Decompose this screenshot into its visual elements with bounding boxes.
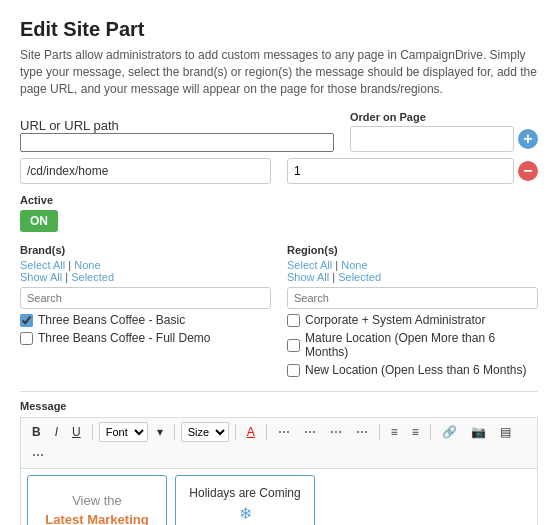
regions-none[interactable]: None xyxy=(341,259,367,271)
url-group-second xyxy=(20,158,271,184)
order-top-row: + xyxy=(350,126,538,152)
remove-order-button[interactable]: − xyxy=(518,161,538,181)
page-description: Site Parts allow administrators to add c… xyxy=(20,47,538,97)
toolbar-sep-3 xyxy=(235,424,236,440)
message-section: Message B I U Font ▾ Size A ⋯ ⋯ ⋯ ⋯ ≡ ≡ xyxy=(20,391,538,525)
order-label: Order on Page xyxy=(350,111,426,123)
brands-show-all[interactable]: Show All xyxy=(20,271,62,283)
brands-col: Brand(s) Select All | None Show All | Se… xyxy=(20,244,271,381)
size-select[interactable]: Size xyxy=(181,422,229,442)
brand-label-2: Three Beans Coffee - Full Demo xyxy=(38,331,211,345)
region-label-2: Mature Location (Open More than 6 Months… xyxy=(305,331,538,359)
region-label-3: New Location (Open Less than 6 Months) xyxy=(305,363,526,377)
toolbar-sep-6 xyxy=(430,424,431,440)
add-order-button[interactable]: + xyxy=(518,129,538,149)
order-input-top[interactable] xyxy=(350,126,514,152)
brand-checkbox-1[interactable] xyxy=(20,314,33,327)
page-title: Edit Site Part xyxy=(20,18,538,41)
url-group-top: URL or URL path xyxy=(20,118,334,152)
regions-select-all[interactable]: Select All xyxy=(287,259,332,271)
url-input-second[interactable] xyxy=(20,158,271,184)
regions-search-row xyxy=(287,287,538,309)
brands-search-input[interactable] xyxy=(20,287,271,309)
region-item-3: New Location (Open Less than 6 Months) xyxy=(287,363,538,377)
region-checkbox-2[interactable] xyxy=(287,339,300,352)
brands-select-all[interactable]: Select All xyxy=(20,259,65,271)
more-button[interactable]: ⋯ xyxy=(27,446,49,464)
regions-col: Region(s) Select All | None Show All | S… xyxy=(287,244,538,381)
brand-item-2: Three Beans Coffee - Full Demo xyxy=(20,331,271,345)
brands-none[interactable]: None xyxy=(74,259,100,271)
promo-card-1-link-text: Latest Marketing Promotions Creative xyxy=(36,512,158,525)
order-second-row: − xyxy=(287,158,538,184)
regions-select-links: Select All | None Show All | Selected xyxy=(287,259,538,283)
active-section: Active ON xyxy=(20,194,538,232)
italic-button[interactable]: I xyxy=(50,423,63,441)
regions-search-input[interactable] xyxy=(287,287,538,309)
link-button[interactable]: 🔗 xyxy=(437,423,462,441)
region-checkbox-3[interactable] xyxy=(287,364,300,377)
align-justify-button[interactable]: ⋯ xyxy=(351,423,373,441)
table-button[interactable]: ▤ xyxy=(495,423,516,441)
regions-label: Region(s) xyxy=(287,244,538,256)
region-label-1: Corporate + System Administrator xyxy=(305,313,485,327)
align-left-button[interactable]: ⋯ xyxy=(273,423,295,441)
brands-search-row xyxy=(20,287,271,309)
active-toggle[interactable]: ON xyxy=(20,210,58,232)
brands-selected[interactable]: Selected xyxy=(71,271,114,283)
font-select[interactable]: Font xyxy=(99,422,148,442)
brand-item-1: Three Beans Coffee - Basic xyxy=(20,313,271,327)
promo-card-2: Holidays are Coming ❄ Order Your "Season… xyxy=(175,475,315,525)
url-input-top[interactable] xyxy=(20,133,334,152)
region-checkbox-1[interactable] xyxy=(287,314,300,327)
editor-toolbar: B I U Font ▾ Size A ⋯ ⋯ ⋯ ⋯ ≡ ≡ 🔗 📷 xyxy=(20,417,538,468)
promo-card-1-gray-text: View the xyxy=(72,493,122,508)
snowflake-icon: ❄ xyxy=(239,504,252,523)
indent-button[interactable]: ≡ xyxy=(407,423,424,441)
top-inputs-row: URL or URL path Order on Page + xyxy=(20,111,538,152)
url-label: URL or URL path xyxy=(20,118,334,133)
list-button[interactable]: ≡ xyxy=(386,423,403,441)
brands-regions-row: Brand(s) Select All | None Show All | Se… xyxy=(20,244,538,381)
toolbar-sep-2 xyxy=(174,424,175,440)
bold-button[interactable]: B xyxy=(27,423,46,441)
order-input-second[interactable] xyxy=(287,158,514,184)
active-label: Active xyxy=(20,194,538,206)
brands-label: Brand(s) xyxy=(20,244,271,256)
font-arrow[interactable]: ▾ xyxy=(152,423,168,441)
image-button[interactable]: 📷 xyxy=(466,423,491,441)
region-item-1: Corporate + System Administrator xyxy=(287,313,538,327)
promo-card-1: View the Latest Marketing Promotions Cre… xyxy=(27,475,167,525)
promo-card-2-title: Holidays are Coming xyxy=(189,486,300,500)
editor-area[interactable]: View the Latest Marketing Promotions Cre… xyxy=(20,468,538,525)
brand-checkbox-2[interactable] xyxy=(20,332,33,345)
text-color-button[interactable]: A xyxy=(242,423,260,441)
toolbar-sep-1 xyxy=(92,424,93,440)
page-container: Edit Site Part Site Parts allow administ… xyxy=(0,0,558,525)
underline-button[interactable]: U xyxy=(67,423,86,441)
message-label: Message xyxy=(20,400,538,412)
regions-show-all[interactable]: Show All xyxy=(287,271,329,283)
brands-select-links: Select All | None Show All | Selected xyxy=(20,259,271,283)
toolbar-sep-4 xyxy=(266,424,267,440)
brand-label-1: Three Beans Coffee - Basic xyxy=(38,313,185,327)
second-inputs-row: − xyxy=(20,158,538,184)
align-right-button[interactable]: ⋯ xyxy=(325,423,347,441)
regions-selected[interactable]: Selected xyxy=(338,271,381,283)
toolbar-sep-5 xyxy=(379,424,380,440)
order-group-top: Order on Page + xyxy=(350,111,538,152)
region-item-2: Mature Location (Open More than 6 Months… xyxy=(287,331,538,359)
align-center-button[interactable]: ⋯ xyxy=(299,423,321,441)
